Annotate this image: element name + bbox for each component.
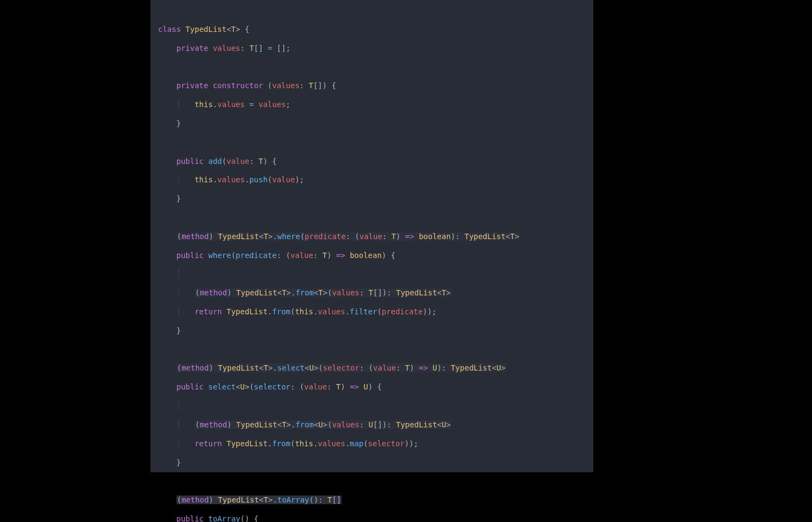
annotation-line: (method) TypedList<T>.select<U>(selector… bbox=[158, 364, 593, 373]
annotation-line: │ (method) TypedList<T>.from<U>(values: … bbox=[158, 420, 593, 430]
blank-line bbox=[158, 138, 593, 147]
blank-line bbox=[158, 345, 593, 354]
code-line: │ this.values = values; bbox=[158, 100, 593, 109]
code-line: private constructor (values: T[]) { bbox=[158, 81, 593, 90]
code-line: } bbox=[158, 326, 593, 335]
code-line: } bbox=[158, 458, 593, 467]
blank-line bbox=[158, 477, 593, 486]
code-line: public add(value: T) { bbox=[158, 157, 593, 166]
blank-guide-line: │ bbox=[158, 401, 593, 411]
code-editor[interactable]: class TypedList<T> { private values: T[]… bbox=[150, 0, 593, 472]
blank-line bbox=[158, 213, 593, 222]
annotation-line: │ (method) TypedList<T>.from<T>(values: … bbox=[158, 288, 593, 298]
blank-guide-line: │ bbox=[158, 269, 593, 279]
code-line: │ return TypedList.from(this.values.filt… bbox=[158, 307, 593, 316]
code-line: public where(predicate: (value: T) => bo… bbox=[158, 251, 593, 260]
code-line: } bbox=[158, 119, 593, 128]
code-line: public select<U>(selector: (value: T) =>… bbox=[158, 382, 593, 392]
code-line: } bbox=[158, 194, 593, 203]
code-line: │ this.values.push(value); bbox=[158, 175, 593, 184]
code-line: public toArray() { bbox=[158, 514, 593, 522]
classname: TypedList bbox=[186, 25, 227, 34]
keyword-class: class bbox=[158, 25, 181, 34]
code-line: class TypedList<T> { bbox=[158, 25, 593, 34]
annotation-line: (method) TypedList<T>.toArray(): T[] bbox=[158, 495, 593, 505]
blank-line bbox=[158, 62, 593, 71]
code-line: private values: T[] = []; bbox=[158, 44, 593, 53]
code-line: │ return TypedList.from(this.values.map(… bbox=[158, 439, 593, 448]
annotation-line: (method) TypedList<T>.where(predicate: (… bbox=[158, 232, 593, 241]
